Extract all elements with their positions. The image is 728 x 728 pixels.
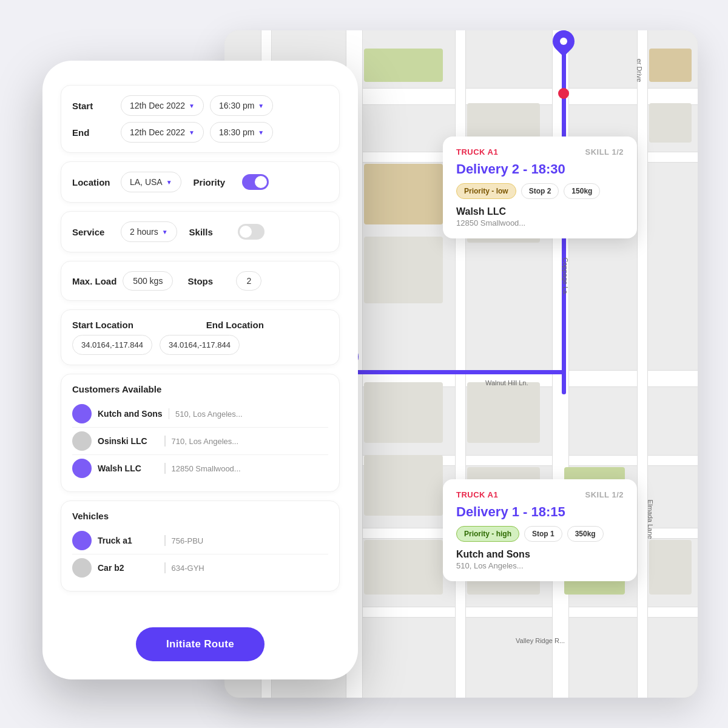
card1-title: Delivery 1 - 18:15 (456, 504, 624, 520)
customer-name-2: Walsh LLC (98, 463, 158, 473)
card2-company: Walsh LLC (456, 206, 624, 217)
customer-addr-1: 710, Los Angeles... (172, 437, 239, 446)
service-skills-row: Service 2 hours ▼ Skills (72, 221, 328, 242)
customer-row-2[interactable]: Walsh LLC 12850 Smallwood... (72, 454, 328, 482)
veh-divider-1 (164, 562, 166, 573)
valley-ridge-label: Valley Ridge R... (516, 637, 565, 644)
card2-weight-tag: 150kg (564, 183, 600, 199)
customer-avatar-2 (72, 459, 92, 478)
card2-title: Delivery 2 - 18:30 (456, 161, 624, 177)
start-date-dropdown[interactable]: 12th Dec 2022 ▼ (121, 95, 204, 116)
walnut-hill-label: Walnut Hill Ln. (485, 379, 528, 386)
end-date-dropdown[interactable]: 12th Dec 2022 ▼ (121, 122, 204, 143)
start-time-dropdown[interactable]: 16:30 pm ▼ (210, 95, 273, 116)
end-time-dropdown[interactable]: 18:30 pm ▼ (210, 122, 273, 143)
vehicle-plate-0: 756-PBU (172, 536, 204, 545)
card1-company: Kutch and Sons (456, 549, 624, 560)
card2-address: 12850 Smallwood... (456, 218, 624, 228)
scene: Betty Jane Lane er Drive Coppage La. Wal… (30, 30, 698, 698)
customer-name-0: Kutch and Sons (98, 409, 163, 419)
coordinates-card: Start Location End Location 34.0164,-117… (61, 309, 340, 365)
maxload-value: 500 kgs (123, 271, 173, 291)
vehicles-title: Vehicles (72, 511, 328, 521)
customer-addr-0: 510, Los Angeles... (175, 410, 243, 419)
elmada-label: Elmada Lane (647, 500, 654, 539)
card2-tags: Priority - low Stop 2 150kg (456, 183, 624, 199)
stops-value: 2 (236, 271, 261, 291)
card2-truck-label: TRUCK A1 (456, 147, 498, 157)
pin-delivery2-purple (553, 30, 575, 57)
card1-truck-label: TRUCK A1 (456, 490, 498, 499)
info-card-delivery2: TRUCK A1 SKILL 1/2 Delivery 2 - 18:30 Pr… (443, 136, 637, 238)
location-input-row: 34.0164,-117.844 34.0164,-117.844 (72, 335, 328, 355)
start-row: Start 12th Dec 2022 ▼ 16:30 pm ▼ (72, 95, 328, 116)
initiate-route-button[interactable]: Initiate Route (136, 627, 265, 661)
vehicle-plate-1: 634-GYH (172, 564, 204, 573)
start-coords-input[interactable]: 34.0164,-117.844 (72, 335, 152, 355)
card2-skill-label: SKILL 1/2 (585, 147, 624, 157)
location-label: Location (72, 177, 115, 187)
priority-toggle[interactable] (242, 174, 269, 190)
customer-name-1: Osinski LLC (98, 436, 158, 446)
pin-dot (560, 38, 567, 45)
maxload-label: Max. Load (72, 276, 116, 286)
card2-header: TRUCK A1 SKILL 1/2 (456, 147, 624, 157)
end-row: End 12th Dec 2022 ▼ 18:30 pm ▼ (72, 122, 328, 143)
card1-address: 510, Los Angeles... (456, 561, 624, 570)
card1-tags: Priority - high Stop 1 350kg (456, 526, 624, 542)
card1-weight-tag: 350kg (567, 526, 604, 542)
location-group: Start Location End Location 34.0164,-117… (72, 320, 328, 355)
coppage-label: Coppage La. (562, 258, 569, 296)
skills-toggle[interactable] (238, 224, 265, 240)
skills-label: Skills (189, 227, 232, 237)
end-location-label: End Location (206, 320, 264, 330)
datetime-card: Start 12th Dec 2022 ▼ 16:30 pm ▼ End 12t… (61, 85, 340, 153)
card1-header: TRUCK A1 SKILL 1/2 (456, 490, 624, 499)
er-drive-label: er Drive (636, 59, 643, 83)
service-skills-card: Service 2 hours ▼ Skills (61, 211, 340, 252)
start-location-label: Start Location (72, 320, 133, 330)
vehicle-name-0: Truck a1 (98, 536, 158, 545)
veh-divider-0 (164, 535, 166, 546)
maxload-stops-card: Max. Load 500 kgs Stops 2 (61, 261, 340, 301)
pin-delivery2-red (558, 88, 569, 99)
vehicle-row-1[interactable]: Car b2 634-GYH (72, 554, 328, 581)
info-card-delivery1: TRUCK A1 SKILL 1/2 Delivery 1 - 18:15 Pr… (443, 479, 637, 581)
customers-card: Customers Available Kutch and Sons 510, … (61, 374, 340, 492)
end-coords-input[interactable]: 34.0164,-117.844 (160, 335, 240, 355)
vehicle-avatar-1 (72, 558, 92, 578)
service-dropdown[interactable]: 2 hours ▼ (121, 221, 177, 242)
location-priority-row: Location LA, USA ▼ Priority (72, 172, 328, 192)
customer-row-1[interactable]: Osinski LLC 710, Los Angeles... (72, 427, 328, 454)
divider-2 (164, 463, 166, 474)
location-label-row: Start Location End Location (72, 320, 328, 330)
card1-skill-label: SKILL 1/2 (585, 490, 624, 499)
location-dropdown[interactable]: LA, USA ▼ (121, 172, 181, 192)
vehicles-card: Vehicles Truck a1 756-PBU Car b2 634-GYH (61, 500, 340, 592)
customers-title: Customers Available (72, 384, 328, 394)
card1-priority-tag: Priority - high (456, 526, 519, 542)
card2-stop-tag: Stop 2 (521, 183, 559, 199)
start-label: Start (72, 101, 115, 111)
service-label: Service (72, 227, 115, 237)
customer-addr-2: 12850 Smallwood... (172, 464, 241, 473)
vehicle-row-0[interactable]: Truck a1 756-PBU (72, 527, 328, 554)
divider-0 (169, 408, 170, 419)
maxload-stops-row: Max. Load 500 kgs Stops 2 (72, 271, 328, 291)
stops-label: Stops (187, 276, 230, 286)
vehicle-avatar-0 (72, 531, 92, 550)
location-priority-card: Location LA, USA ▼ Priority (61, 161, 340, 203)
customer-avatar-0 (72, 404, 92, 423)
divider-1 (164, 436, 166, 447)
phone-form: Start 12th Dec 2022 ▼ 16:30 pm ▼ End 12t… (42, 61, 358, 679)
card1-stop-tag: Stop 1 (524, 526, 562, 542)
vehicle-name-1: Car b2 (98, 563, 158, 573)
customer-row-0[interactable]: Kutch and Sons 510, Los Angeles... (72, 400, 328, 427)
end-label: End (72, 127, 115, 138)
priority-label: Priority (194, 177, 236, 187)
card2-priority-tag: Priority - low (456, 183, 516, 199)
customer-avatar-1 (72, 431, 92, 451)
